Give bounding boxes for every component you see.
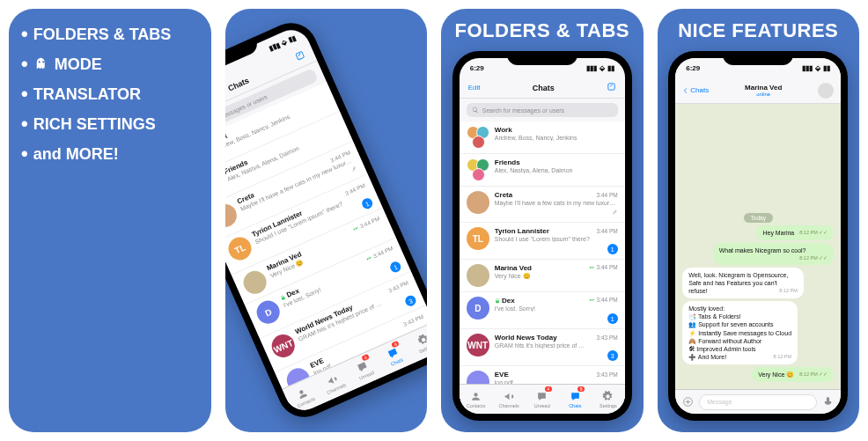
pin-icon — [349, 165, 358, 175]
microphone-icon[interactable] — [822, 396, 834, 408]
chat-body: Dex3:44 PMI've lost. Sorry!1 — [495, 297, 618, 324]
tab-icon — [536, 391, 548, 402]
bullet-icon: • — [21, 25, 28, 44]
pin-icon — [611, 209, 618, 217]
chats-navbar: Edit Chats — [460, 77, 625, 99]
contact-avatar[interactable] — [818, 83, 834, 99]
tab-chats[interactable]: Chats9 — [559, 385, 592, 414]
conversation-title[interactable]: Marina Ved online — [714, 84, 813, 97]
chat-row[interactable]: TLTyrion Lannister3:44 PMShould I use "L… — [460, 223, 625, 260]
incoming-message[interactable]: Mostly loved:📑 Tabs & Folders!👥 Support … — [682, 301, 798, 364]
tab-label: Unread — [534, 403, 550, 408]
feature-text: MODE — [55, 55, 102, 74]
message-text: Mostly loved:📑 Tabs & Folders!👥 Support … — [688, 305, 791, 360]
incoming-message[interactable]: Well, look. Nicegram is Opensource, Safe… — [682, 268, 804, 298]
promo-panel-folders: FOLDERS & TABS 6:29 ▮▮▮⬙▮▮ Edit Chats Se… — [441, 9, 644, 432]
chat-preview: Alex, Nastya, Alena, Daimon — [495, 167, 618, 173]
compose-icon[interactable] — [293, 49, 306, 63]
contact-status: online — [714, 92, 813, 97]
feature-text: FOLDERS & TABS — [33, 26, 172, 44]
chat-name: Tyrion Lannister — [495, 227, 549, 235]
nav-title: Chats — [226, 76, 250, 92]
feature-item: •MODE — [21, 55, 199, 74]
wifi-icon: ⬙ — [600, 64, 605, 72]
chat-body: Creta3:44 PMMaybe I'll have a few cats i… — [495, 191, 618, 217]
avatar — [239, 268, 269, 298]
wifi-icon: ⬙ — [279, 38, 287, 48]
avatar: WNT — [467, 334, 489, 356]
phone-screen: 6:29 ▮▮▮⬙▮▮ Chats Marina Ved online Toda… — [675, 58, 841, 414]
status-time: 6:29 — [470, 64, 484, 72]
phone-frame: 6:29 ▮▮▮⬙▮▮ Edit Chats Search for messag… — [452, 51, 632, 421]
bullet-icon: • — [21, 114, 28, 134]
compose-icon[interactable] — [607, 82, 616, 93]
tab-label: Chats — [569, 403, 581, 408]
message-text: Well, look. Nicegram is Opensource, Safe… — [688, 272, 788, 294]
avatar-stack — [467, 126, 489, 149]
message-text: Hey Marina — [762, 230, 794, 236]
read-checks-icon — [589, 264, 595, 270]
attach-icon[interactable] — [682, 396, 694, 408]
edit-button[interactable]: Edit — [468, 84, 481, 92]
ghost-icon — [33, 56, 49, 72]
message-time: 8:12 PM ✓✓ — [799, 371, 828, 378]
avatar-stack — [467, 158, 489, 181]
chat-name: Dex — [495, 297, 515, 305]
feature-item: •RICH SETTINGS — [21, 114, 199, 134]
feature-text: RICH SETTINGS — [33, 115, 156, 134]
battery-icon: ▮▮ — [607, 64, 614, 72]
avatar: TL — [467, 227, 489, 250]
chat-row[interactable]: Marina Ved3:44 PMVery Nice 😊 — [460, 260, 625, 292]
tab-unread[interactable]: Unread4 — [526, 385, 559, 414]
message-list: Today Hey Marina8:12 PM ✓✓What makes Nic… — [675, 104, 841, 389]
chat-row[interactable]: FriendsAlex, Nastya, Alena, Daimon — [460, 154, 625, 187]
outgoing-message[interactable]: Very Nice 😊8:12 PM ✓✓ — [752, 367, 834, 382]
tab-settings[interactable]: Settings — [592, 385, 625, 414]
outgoing-message[interactable]: What makes Nicegram so cool?8:12 PM ✓✓ — [713, 243, 835, 265]
feature-item: •TRANSLATOR — [21, 85, 199, 104]
chat-preview: I've lost. Sorry! — [495, 305, 618, 312]
unread-badge: 1 — [607, 244, 618, 254]
feature-text: and MORE! — [33, 145, 119, 164]
tab-icon — [470, 391, 482, 402]
chat-time: 3:44 PM — [589, 297, 618, 303]
read-checks-icon — [364, 254, 372, 262]
signal-icon: ▮▮▮ — [802, 64, 813, 72]
promo-panel-nice-features: NICE FEATURES 6:29 ▮▮▮⬙▮▮ Chats Marina V… — [658, 9, 860, 432]
bullet-icon: • — [21, 144, 28, 164]
conversation-navbar: Chats Marina Ved online — [675, 77, 841, 104]
bullet-icon: • — [21, 55, 28, 74]
avatar: TL — [225, 233, 255, 263]
tab-label: Contacts — [467, 403, 486, 408]
unread-badge: 3 — [403, 294, 417, 308]
unread-badge: 1 — [607, 313, 618, 324]
search-bar[interactable]: Search for messages or users — [467, 103, 618, 117]
tab-icon — [504, 391, 515, 402]
chat-name: Creta — [495, 191, 512, 199]
chat-name: World News Today — [495, 334, 557, 342]
tab-contacts[interactable]: Contacts — [460, 385, 493, 414]
chat-row[interactable]: D Dex3:44 PMI've lost. Sorry!1 — [460, 292, 625, 329]
read-checks-icon — [351, 224, 359, 232]
avatar — [467, 264, 489, 287]
back-button[interactable]: Chats — [682, 86, 709, 94]
unread-badge: 3 — [607, 350, 618, 361]
message-input[interactable]: Message — [699, 394, 817, 410]
tab-channels[interactable]: Channels — [492, 385, 526, 414]
chat-row[interactable]: WNTWorld News Today3:43 PMGRAM hits it's… — [460, 329, 625, 366]
chat-preview: Maybe I'll have a few cats in my new lux… — [495, 200, 618, 207]
chat-name: Friends — [495, 158, 520, 166]
feature-list: •FOLDERS & TABS •MODE •TRANSLATOR •RICH … — [9, 9, 211, 180]
battery-icon: ▮▮ — [287, 33, 297, 43]
chat-body: World News Today3:43 PMGRAM hits it's hi… — [495, 334, 618, 361]
chat-row[interactable]: WorkAndrew, Boss, Nancy, Jenkins — [460, 121, 625, 154]
chat-row[interactable]: Creta3:44 PMMaybe I'll have a few cats i… — [460, 187, 625, 223]
message-time: 8:12 PM — [779, 288, 797, 294]
chat-preview: Should I use "Lorem ipsum" there? — [495, 236, 618, 242]
avatar: D — [253, 297, 283, 327]
outgoing-message[interactable]: Hey Marina8:12 PM ✓✓ — [756, 225, 834, 240]
phone-notch — [507, 51, 577, 65]
message-text: What makes Nicegram so cool? — [719, 247, 806, 254]
tilted-phone: 6:29 ▮▮▮⬙▮▮ Edit Chats Search for messag… — [225, 15, 428, 426]
unread-badge: 1 — [360, 196, 374, 210]
